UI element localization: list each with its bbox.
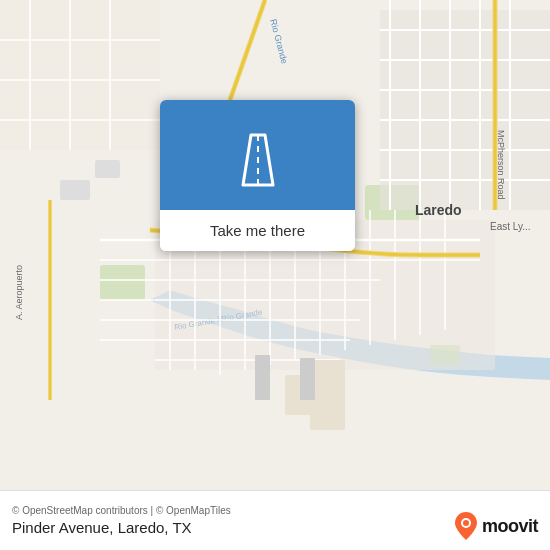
svg-rect-2 <box>100 265 145 300</box>
take-me-there-button[interactable]: Take me there <box>160 210 355 251</box>
svg-text:A. Aeropuerto: A. Aeropuerto <box>14 265 24 320</box>
map-view[interactable]: Rio Grande / Río Grande <box>0 0 550 490</box>
moovit-logo: moovit <box>455 512 538 540</box>
svg-rect-51 <box>0 0 160 150</box>
bottom-bar: © OpenStreetMap contributors | © OpenMap… <box>0 490 550 550</box>
svg-rect-48 <box>310 360 345 430</box>
svg-rect-50 <box>300 358 315 400</box>
location-popup: Take me there <box>160 100 355 251</box>
moovit-pin-icon <box>455 512 477 540</box>
svg-text:Laredo: Laredo <box>415 202 462 218</box>
svg-text:East Ly...: East Ly... <box>490 221 531 232</box>
popup-header <box>160 100 355 210</box>
road-icon <box>223 120 293 190</box>
svg-rect-45 <box>60 180 90 200</box>
svg-point-63 <box>463 520 469 526</box>
svg-rect-49 <box>255 355 270 400</box>
moovit-brand-text: moovit <box>482 516 538 537</box>
svg-rect-46 <box>95 160 120 178</box>
